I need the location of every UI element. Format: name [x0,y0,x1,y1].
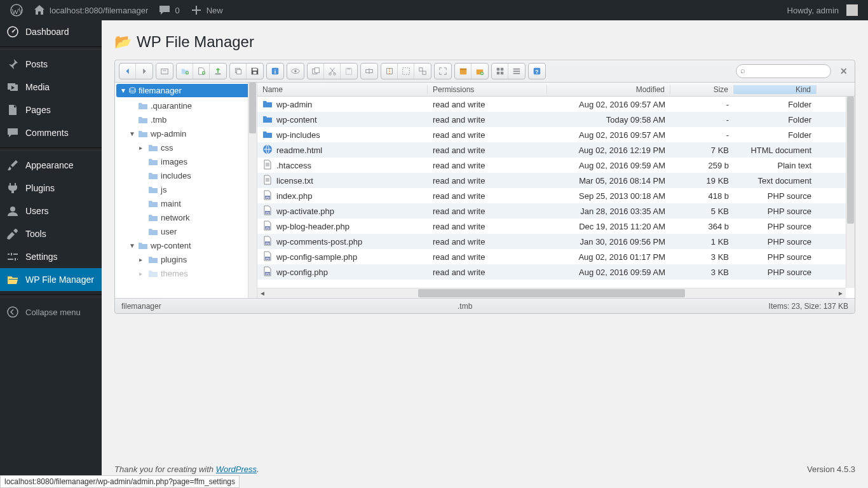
file-icon [262,175,273,187]
plug-icon [6,182,19,194]
svg-rect-34 [500,72,503,74]
tree-root[interactable]: ▼⛁ filemanager [116,84,255,97]
file-row[interactable]: wp-adminread and writeAug 02, 2016 09:57… [257,97,846,112]
list-scrollbar[interactable] [846,97,855,288]
extract-button[interactable] [381,64,398,79]
wordpress-link[interactable]: WordPress [216,464,257,474]
file-list: Name Permissions Modified Size Kind wp-a… [257,83,855,298]
sidebar-item-pages[interactable]: Pages [0,98,102,121]
file-row[interactable]: phpwp-config.phpread and writeAug 02, 20… [257,264,846,280]
sidebar-collapse[interactable]: Collapse menu [0,301,102,323]
sidebar-item-media[interactable]: Media [0,76,102,98]
file-row[interactable]: phpwp-comments-post.phpread and writeJan… [257,234,846,249]
col-kind[interactable]: Kind [734,85,817,94]
wp-logo[interactable] [5,0,28,20]
duplicate-button[interactable] [308,64,324,79]
view-icons-button[interactable] [492,64,508,79]
open-button[interactable] [156,64,173,79]
svg-rect-25 [419,68,423,71]
info-button[interactable]: i [267,64,283,79]
file-row[interactable]: wp-includesread and writeAug 02, 2016 09… [257,127,846,142]
folder-icon [148,212,158,222]
forward-button[interactable] [136,64,153,79]
paste-button[interactable] [341,64,357,79]
tree-item[interactable]: ▸plugins [115,252,257,266]
back-button[interactable] [119,64,136,79]
view-list-button[interactable] [508,64,525,79]
new-folder-button[interactable] [177,64,193,79]
php-icon: php [262,205,273,217]
tree-item[interactable]: network [115,210,257,224]
preview-button[interactable] [287,64,304,79]
tree-item[interactable]: includes [115,168,257,182]
copy-button[interactable] [230,64,247,79]
folder-icon [262,129,273,141]
file-row[interactable]: phpwp-activate.phpread and writeJan 28, … [257,203,846,219]
tree-item[interactable]: js [115,182,257,196]
col-name[interactable]: Name [257,85,428,94]
sidebar-item-filemanager[interactable]: WP File Manager [0,268,102,291]
scroll-left-arrow[interactable]: ◄ [257,290,268,297]
tree-item[interactable]: ▸themes [115,266,257,280]
file-row[interactable]: readme.htmlread and writeAug 02, 2016 12… [257,142,846,158]
status-summary: Items: 23, Size: 137 KB [769,302,848,311]
file-row[interactable]: phpwp-blog-header.phpread and writeDec 1… [257,219,846,234]
scroll-right-arrow[interactable]: ► [836,290,846,297]
close-button[interactable]: × [836,65,851,78]
fullscreen-button[interactable] [435,64,451,79]
folder-icon [138,100,148,111]
sidebar-item-settings[interactable]: Settings [0,245,102,268]
file-row[interactable]: phpwp-config-sample.phpread and writeAug… [257,249,846,264]
main-content: 📂 WP File Manager i [102,20,868,488]
tree-item[interactable]: .quarantine [115,98,257,112]
avatar-icon [846,4,858,16]
col-size[interactable]: Size [670,85,734,94]
save-button[interactable] [247,64,263,79]
tree-item[interactable]: ▼wp-content [115,238,257,252]
help-button[interactable]: ? [529,64,545,79]
tree-item[interactable]: ▸css [115,140,257,154]
folder-icon [148,226,158,236]
svg-rect-11 [253,72,256,74]
folder-icon [148,268,158,278]
list-hscrollbar[interactable]: ◄ ► [257,288,846,298]
upload-button[interactable] [210,64,226,79]
file-row[interactable]: .htaccessread and writeAug 02, 2016 09:5… [257,158,846,173]
col-modified[interactable]: Modified [547,85,670,94]
tree-item[interactable]: images [115,154,257,168]
select-all-button[interactable] [398,64,414,79]
col-permissions[interactable]: Permissions [428,85,547,94]
new-file-button[interactable] [193,64,210,79]
tree-item[interactable]: ▼wp-admin [115,126,257,140]
sidebar-item-plugins[interactable]: Plugins [0,177,102,200]
svg-rect-21 [347,68,350,70]
sidebar-item-posts[interactable]: Posts [0,53,102,76]
site-link[interactable]: localhost:8080/filemanager [28,0,153,20]
file-row[interactable]: phpindex.phpread and writeSep 25, 2013 0… [257,188,846,203]
file-row[interactable]: wp-contentread and writeToday 09:58 AM-F… [257,112,846,127]
sidebar-item-tools[interactable]: Tools [0,222,102,245]
sidebar-item-appearance[interactable]: Appearance [0,154,102,177]
sidebar-item-dashboard[interactable]: Dashboard [0,20,102,43]
resize-button[interactable] [414,64,431,79]
svg-rect-24 [402,68,409,75]
search-input[interactable] [736,64,831,78]
tree-item[interactable]: maint [115,196,257,210]
archive-add-button[interactable] [471,64,488,79]
rename-button[interactable] [361,64,377,79]
comments-link[interactable]: 0 [153,0,184,20]
new-link[interactable]: New [185,0,228,20]
svg-rect-26 [423,71,426,74]
sidebar-item-comments[interactable]: Comments [0,121,102,144]
pin-icon [6,58,19,71]
file-row[interactable]: license.txtread and writeMar 05, 2016 08… [257,173,846,188]
sidebar-item-users[interactable]: Users [0,200,102,222]
archive-button[interactable] [455,64,471,79]
tree-item[interactable]: user [115,224,257,238]
svg-text:php: php [266,196,270,199]
svg-text:php: php [266,257,270,260]
tree-scrollbar[interactable] [248,83,257,298]
cut-button[interactable] [324,64,341,79]
tree-item[interactable]: .tmb [115,112,257,126]
account-link[interactable]: Howdy, admin [782,0,863,20]
